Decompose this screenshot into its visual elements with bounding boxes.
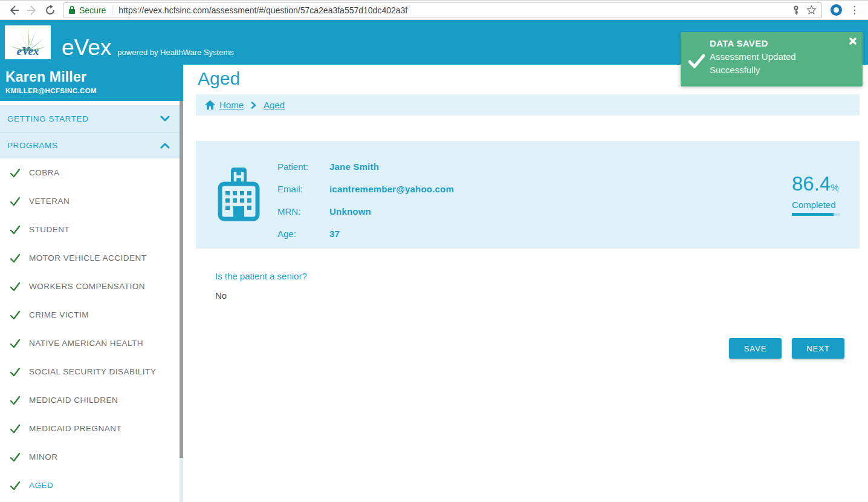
- forward-arrow-icon: [26, 4, 38, 16]
- patient-row: MRN: Unknown: [277, 200, 454, 223]
- browser-extension-icon[interactable]: [831, 4, 842, 16]
- hospital-icon: [216, 166, 261, 223]
- check-icon: [10, 196, 21, 207]
- padlock-icon: [68, 5, 76, 15]
- toast-notification: DATA SAVED Assessment Updated Successful…: [681, 32, 863, 86]
- toast-check-icon: [688, 54, 705, 68]
- save-button[interactable]: SAVE: [729, 338, 782, 359]
- check-icon: [10, 281, 21, 292]
- question-block: Is the patient a senior? No: [215, 271, 860, 301]
- sidebar-item-label: NATIVE AMERICAN HEALTH: [29, 339, 143, 348]
- sidebar-item-student[interactable]: STUDENT: [0, 215, 183, 244]
- percent-sign: %: [831, 182, 838, 192]
- patient-row: Age: 37: [277, 223, 454, 245]
- check-icon: [10, 395, 21, 406]
- email-label: Email:: [277, 184, 329, 194]
- breadcrumb-home-link[interactable]: Home: [219, 100, 244, 110]
- sidebar-item-label: MINOR: [29, 452, 58, 461]
- sidebar-item-crime-victim[interactable]: CRIME VICTIM: [0, 301, 183, 329]
- reload-button[interactable]: [41, 2, 59, 19]
- sidebar-item-native-american-health[interactable]: NATIVE AMERICAN HEALTH: [0, 329, 183, 357]
- toast-close-icon[interactable]: [849, 37, 857, 45]
- sidebar-item-label: MEDICAID CHILDREN: [29, 396, 118, 405]
- logo-wordmark: eVex: [17, 45, 39, 58]
- reload-icon: [45, 5, 56, 16]
- sidebar-item-label: AGED: [29, 481, 53, 490]
- sidebar-item-medicaid-pregnant[interactable]: MEDICAID PREGNANT: [0, 414, 183, 443]
- completion-progress-bar: [792, 213, 840, 216]
- sidebar-item-label: STUDENT: [29, 225, 70, 234]
- sidebar-item-veteran[interactable]: VETERAN: [0, 187, 183, 215]
- next-button[interactable]: NEXT: [792, 338, 844, 359]
- sidebar-item-motor-vehicle-accident[interactable]: MOTOR VEHICLE ACCIDENT: [0, 244, 183, 272]
- sidebar-item-label: COBRA: [29, 168, 60, 177]
- sidebar-item-label: SOCIAL SECURITY DISABILITY: [29, 367, 156, 376]
- patient-info: Patient: Jane Smith Email: icantremember…: [277, 155, 454, 245]
- sidebar-item-label: WORKERS COMPENSATION: [29, 282, 145, 291]
- patient-row: Email: icantremember@yahoo.com: [277, 178, 454, 200]
- url-text[interactable]: https://evex.hcfsinc.com/assessment/#/qu…: [118, 5, 787, 15]
- saved-password-key-icon[interactable]: [792, 5, 800, 15]
- patient-value: Jane Smith: [329, 161, 379, 172]
- sidebar-item-social-security-disability[interactable]: SOCIAL SECURITY DISABILITY: [0, 357, 183, 386]
- breadcrumb: Home Aged: [196, 94, 860, 116]
- forward-button[interactable]: [23, 2, 41, 19]
- sidebar-item-label: VETERAN: [29, 197, 70, 206]
- completion-percent: 86.4: [792, 172, 831, 195]
- breadcrumb-current-link[interactable]: Aged: [264, 100, 285, 110]
- sidebar-item-label: MEDICAID PREGNANT: [29, 424, 121, 433]
- main-content: Aged Home Aged: [183, 65, 868, 502]
- bookmark-star-icon[interactable]: [806, 5, 817, 15]
- back-arrow-icon: [8, 4, 20, 16]
- section-label: PROGRAMS: [7, 141, 58, 150]
- sidebar-item-cobra[interactable]: COBRA: [0, 158, 183, 187]
- patient-label: Patient:: [277, 161, 329, 172]
- email-value: icantremember@yahoo.com: [329, 184, 454, 194]
- patient-card: Patient: Jane Smith Email: icantremember…: [196, 141, 860, 249]
- check-icon: [10, 168, 21, 178]
- browser-menu-button[interactable]: ⋮: [846, 7, 863, 13]
- sidebar-item-aged[interactable]: AGED: [0, 471, 183, 500]
- brand-tagline: powered by HealthWare Systems: [117, 48, 233, 57]
- secure-label: Secure: [79, 5, 106, 15]
- completion-block: 86.4% Completed: [792, 172, 841, 216]
- check-icon: [10, 367, 21, 377]
- check-icon: [10, 338, 21, 349]
- sidebar-item-workers-compensation[interactable]: WORKERS COMPENSATION: [0, 272, 183, 301]
- mrn-label: MRN:: [277, 206, 329, 217]
- sidebar-section-programs[interactable]: PROGRAMS: [0, 132, 183, 158]
- toast-message: Assessment Updated Successfully: [710, 50, 818, 77]
- completion-label: Completed: [792, 200, 841, 210]
- chevron-up-icon: [160, 143, 170, 149]
- user-name: Karen Miller: [5, 69, 183, 85]
- check-icon: [10, 423, 21, 434]
- section-label: GETTING STARTED: [7, 114, 89, 123]
- answer-value[interactable]: No: [215, 290, 860, 301]
- brand-name: eVex: [62, 36, 111, 59]
- check-icon: [10, 253, 21, 264]
- question-text: Is the patient a senior?: [215, 271, 860, 281]
- sidebar-section-getting-started[interactable]: GETTING STARTED: [0, 105, 183, 132]
- secure-indicator[interactable]: Secure: [68, 5, 106, 15]
- check-icon: [10, 224, 21, 235]
- sidebar-item-label: CRIME VICTIM: [29, 310, 89, 319]
- address-bar[interactable]: Secure https://evex.hcfsinc.com/assessme…: [63, 2, 822, 18]
- sidebar-item-medicaid-children[interactable]: MEDICAID CHILDREN: [0, 386, 183, 414]
- check-icon: [10, 310, 21, 321]
- completion-progress-fill: [792, 213, 834, 216]
- chevron-down-icon: [160, 116, 170, 122]
- user-block: Karen Miller KMILLER@HCFSINC.COM: [0, 65, 183, 101]
- age-value: 37: [329, 229, 340, 239]
- check-icon: [10, 452, 21, 463]
- toast-title: DATA SAVED: [710, 38, 844, 48]
- home-icon: [204, 100, 216, 110]
- mrn-value: Unknown: [329, 206, 371, 217]
- user-email: KMILLER@HCFSINC.COM: [5, 87, 183, 94]
- programs-list: COBRA VETERAN STUDENT MOTOR VEHICLE ACCI…: [0, 158, 183, 500]
- age-label: Age:: [277, 229, 329, 239]
- sidebar-item-minor[interactable]: MINOR: [0, 443, 183, 471]
- evex-logo: eVex: [5, 25, 51, 59]
- breadcrumb-separator-icon: [251, 102, 256, 109]
- back-button[interactable]: [5, 2, 23, 19]
- sidebar-item-label: MOTOR VEHICLE ACCIDENT: [29, 253, 147, 262]
